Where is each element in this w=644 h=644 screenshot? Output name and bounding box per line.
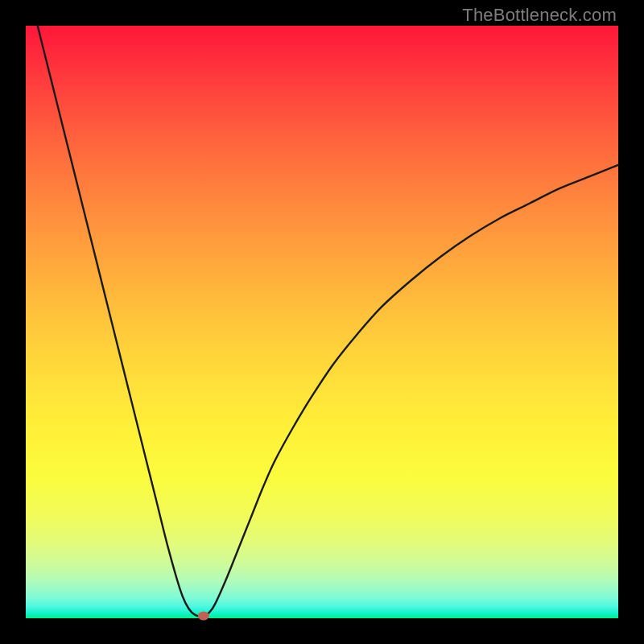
- bottleneck-curve: [38, 26, 618, 617]
- watermark-text: TheBottleneck.com: [462, 5, 617, 26]
- bottleneck-curve-svg: [26, 26, 618, 618]
- minimum-marker: [198, 612, 209, 621]
- chart-frame: TheBottleneck.com: [0, 0, 644, 644]
- plot-area: [26, 26, 618, 618]
